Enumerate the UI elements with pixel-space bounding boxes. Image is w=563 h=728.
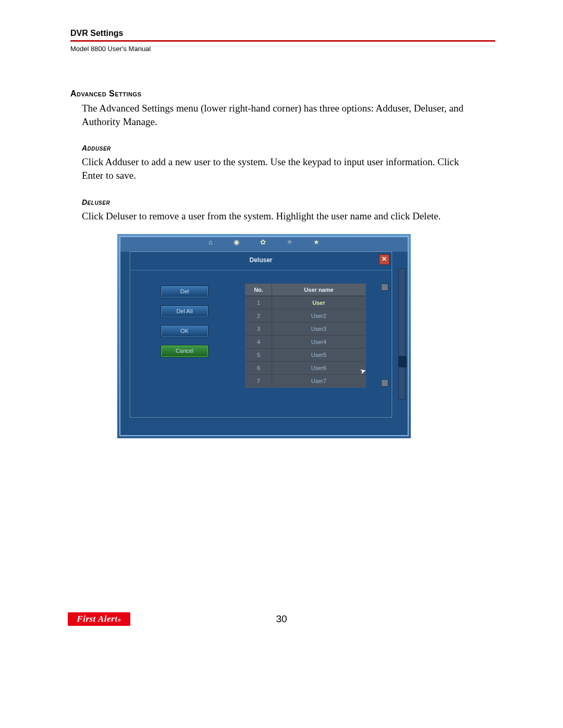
cell-username: User3 (272, 323, 365, 335)
table-header: No. User name (246, 284, 365, 296)
table-row[interactable]: 4User4 (246, 335, 365, 348)
del-all-button[interactable]: Del All (161, 305, 209, 318)
toolbar-icon: ◉ (234, 238, 239, 251)
cancel-button[interactable]: Cancel (161, 345, 209, 357)
cell-username: User (272, 297, 365, 309)
cell-no: 6 (246, 362, 272, 374)
scroll-down-icon[interactable] (381, 379, 388, 387)
page-header-subtitle: Model 8800 User's Manual (70, 45, 495, 53)
cell-no: 2 (246, 310, 272, 322)
page-header-title: DVR Settings (70, 29, 495, 38)
ok-button[interactable]: OK (161, 325, 209, 338)
table-row[interactable]: 2User2 (246, 309, 365, 322)
scroll-up-icon[interactable] (381, 283, 388, 291)
cell-no: 5 (246, 349, 272, 361)
modal-title: Deluser (130, 256, 391, 264)
cell-no: 1 (246, 297, 272, 309)
close-icon[interactable]: ✕ (379, 254, 389, 265)
table-row[interactable]: 3User3 (246, 322, 365, 335)
del-button[interactable]: Del (161, 286, 209, 298)
heading-deluser: Deluser (82, 198, 495, 206)
deluser-modal: Deluser ✕ Del Del All OK Cancel No (130, 252, 392, 417)
dvr-window: ⌂ ◉ ✿ ✧ ★ Deluser ✕ Del Del All OK (119, 236, 409, 436)
toolbar-icon: ⌂ (209, 238, 213, 251)
cell-no: 7 (246, 375, 272, 387)
table-row[interactable]: 6User6 (246, 361, 365, 374)
cell-username: User2 (272, 310, 365, 322)
deluser-screenshot: ⌂ ◉ ✿ ✧ ★ Deluser ✕ Del Del All OK (117, 234, 411, 438)
paragraph-adduser: Click Adduser to add a new user to the s… (82, 155, 478, 182)
cell-username: User5 (272, 349, 365, 361)
dvr-side-knob[interactable] (398, 356, 407, 367)
table-row[interactable]: 5User5 (246, 348, 365, 361)
user-table: No. User name 1User2User23User34User45Us… (245, 283, 366, 388)
cell-no: 3 (246, 323, 272, 335)
heading-adduser: Adduser (82, 144, 495, 152)
toolbar-icon: ✿ (260, 238, 266, 251)
toolbar-icon: ★ (313, 238, 320, 251)
cell-username: User7 (272, 375, 365, 387)
heading-advanced-settings: Advanced Settings (70, 89, 495, 98)
col-header-username: User name (272, 284, 365, 295)
table-row[interactable]: 7User7 (246, 374, 365, 387)
paragraph-advanced-settings: The Advanced Settings menu (lower right-… (82, 102, 478, 128)
cell-username: User6 (272, 362, 365, 374)
toolbar-icon: ✧ (287, 238, 292, 251)
header-rule (70, 40, 495, 42)
paragraph-deluser: Click Deluser to remove a user from the … (82, 209, 478, 223)
page-number: 30 (68, 613, 495, 625)
col-header-no: No. (246, 284, 272, 295)
cell-username: User4 (272, 336, 365, 348)
table-row[interactable]: 1User (246, 296, 365, 309)
cell-no: 4 (246, 336, 272, 348)
dvr-side-scrollbar[interactable] (398, 268, 406, 400)
dvr-toolbar: ⌂ ◉ ✿ ✧ ★ (120, 238, 408, 251)
